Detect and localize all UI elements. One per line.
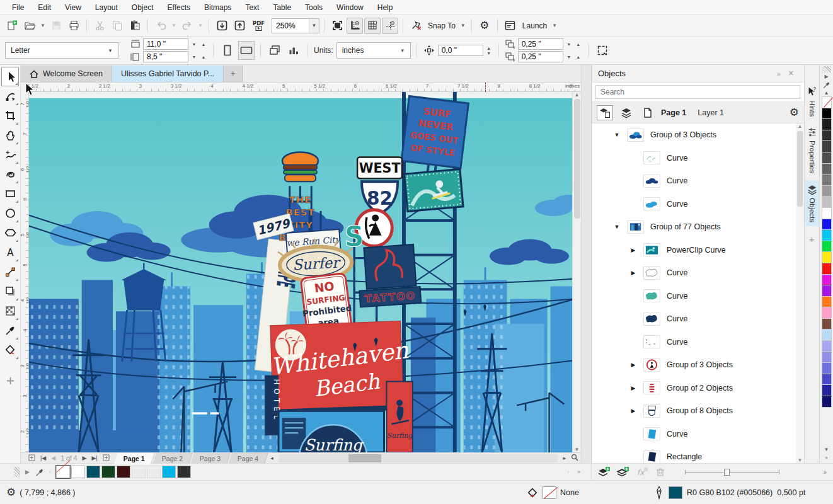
tab-welcome-screen[interactable]: Welcome Screen [21, 66, 112, 82]
tree-row[interactable]: ▶PowerClip Curve [592, 239, 804, 262]
ellipse-tool[interactable] [1, 203, 19, 223]
undo-flyout[interactable]: ▼ [170, 18, 178, 34]
menu-item-object[interactable]: Object [125, 1, 161, 14]
menu-item-file[interactable]: File [5, 1, 31, 14]
color-swatch-#4f4f4f[interactable] [822, 152, 832, 164]
color-swatch-#ff9ecb[interactable] [822, 307, 832, 319]
canvas-vertical-scrollbar[interactable]: ▲ ▼ [572, 92, 581, 452]
save-button[interactable] [48, 18, 64, 34]
fill-color-swatch[interactable] [543, 486, 556, 499]
selected-curve-dashes[interactable] [192, 412, 219, 414]
docker-tab-hints[interactable]: ?Hints [805, 83, 820, 120]
surfing-banner[interactable]: Surfing [386, 382, 413, 452]
shape-tool[interactable] [1, 86, 19, 106]
color-swatch-none[interactable] [822, 96, 832, 108]
color-swatch-#00dc3c[interactable] [822, 241, 832, 253]
tree-row[interactable]: ▶Group of 2 Objects [592, 377, 804, 400]
tree-scroll-thumb[interactable] [797, 131, 803, 207]
palette-flyout-arrow[interactable]: ▶ [824, 72, 828, 81]
tree-expander[interactable]: ▶ [629, 270, 637, 276]
tree-row[interactable]: Curve [592, 169, 804, 193]
menu-item-effects[interactable]: Effects [161, 1, 197, 14]
portrait-button[interactable] [219, 41, 236, 60]
doc-swatch-empty[interactable] [132, 466, 146, 478]
active-layer-label[interactable]: Layer 1 [698, 108, 724, 117]
tree-row-label[interactable]: Group of 3 Objects [667, 360, 733, 369]
tree-expander[interactable]: ▶ [629, 385, 637, 391]
surf-shop-sign[interactable]: Surfing [279, 411, 384, 452]
import-button[interactable] [214, 18, 230, 34]
color-swatch-#1f1f1f[interactable] [822, 118, 832, 130]
canvas-horizontal-scrollbar[interactable] [279, 454, 558, 462]
tree-row-label[interactable]: Curve [667, 200, 687, 209]
tree-thumbnail-sketch[interactable] [643, 151, 660, 164]
add-docker-button[interactable]: + [809, 234, 815, 244]
color-swatch-#8f8fe8[interactable] [822, 352, 832, 364]
tree-thumbnail-blue-rect[interactable] [643, 427, 660, 440]
show-guidelines-button[interactable] [382, 18, 398, 34]
tree-thumbnail-west82[interactable] [643, 404, 660, 418]
color-swatch-#c2c2c2[interactable] [822, 196, 832, 208]
show-rulers-button[interactable] [347, 18, 363, 34]
color-swatch-#2424a0[interactable] [822, 384, 832, 396]
previous-page-button[interactable]: ◀ [49, 455, 58, 461]
drawing-canvas[interactable]: PIPE SURF NEVER GOES OUT OF STYLE [29, 92, 572, 452]
all-pages-button[interactable] [267, 42, 283, 59]
color-swatch-#a8a8f2[interactable] [822, 340, 832, 352]
tree-thumbnail-redtext[interactable] [643, 381, 660, 394]
tree-expander[interactable]: ▶ [629, 362, 637, 368]
tree-row-label[interactable]: Curve [667, 338, 687, 346]
landscape-button[interactable] [238, 41, 255, 60]
thumbnail-size-slider[interactable] [685, 469, 779, 476]
units-select[interactable]: inches▼ [336, 42, 411, 59]
palette-expand[interactable]: » [825, 454, 827, 463]
tree-row-label[interactable]: Curve [667, 314, 687, 323]
open-button[interactable] [21, 18, 38, 34]
add-tool-button[interactable] [1, 371, 19, 391]
horizontal-ruler[interactable]: inches 1 1/222 1/233 1/244 1/255 1/266 1… [29, 83, 581, 92]
page-height-spin-up[interactable]: ▲ [200, 55, 207, 59]
copy-button[interactable] [109, 18, 125, 34]
launch-flyout[interactable]: ▼ [551, 18, 558, 34]
nudge-offset-input[interactable] [438, 45, 483, 56]
doc-swatch-#00b4e8[interactable] [162, 466, 176, 478]
tree-row-label[interactable]: Group of 8 Objects [667, 406, 733, 415]
tree-scroll-up[interactable]: ▲ [798, 123, 803, 129]
duplicate-y-up[interactable]: ▲ [575, 55, 582, 59]
menu-item-table[interactable]: Table [266, 1, 298, 14]
document-palette-flyout[interactable]: ▶ [22, 469, 33, 475]
tree-thumbnail-dashes[interactable] [643, 335, 660, 348]
duplicate-x-input[interactable] [518, 38, 563, 50]
menu-item-view[interactable]: View [58, 1, 88, 14]
page-tab-2[interactable]: Page 2 [152, 453, 193, 464]
color-swatch-#7070dd[interactable] [822, 362, 832, 374]
tree-expander[interactable]: ▼ [613, 132, 621, 138]
tree-row-label[interactable]: Curve [667, 176, 687, 185]
print-button[interactable] [66, 18, 82, 34]
tree-thumbnail-nosurf[interactable] [643, 358, 660, 372]
last-page-button[interactable]: ▶| [89, 455, 100, 461]
pages-view-button[interactable] [640, 105, 656, 120]
shadow-tool[interactable] [1, 282, 19, 301]
snap-to-dropdown[interactable]: ▼ [459, 18, 467, 34]
menu-item-bitmaps[interactable]: Bitmaps [197, 1, 238, 14]
menu-item-help[interactable]: Help [371, 1, 400, 14]
undo-button[interactable] [152, 18, 169, 34]
tree-row[interactable]: Curve [592, 423, 804, 446]
delete-button[interactable] [655, 466, 666, 478]
scroll-up-arrow[interactable]: ▲ [575, 92, 580, 98]
tree-row-label[interactable]: Curve [667, 154, 687, 163]
doc-swatch-#3f1212[interactable] [117, 466, 130, 478]
tree-thumbnail-cloud-dark[interactable] [627, 129, 644, 142]
doc-swatch-#12401f[interactable] [101, 466, 115, 478]
menu-item-window[interactable]: Window [330, 1, 371, 14]
pick-tool[interactable] [1, 67, 19, 86]
interactive-fill-tool[interactable] [1, 340, 19, 360]
pan-tool[interactable] [1, 125, 19, 145]
snap-off-button[interactable] [408, 18, 424, 34]
vertical-scroll-thumb[interactable] [574, 99, 580, 219]
tree-expander[interactable]: ▼ [613, 224, 621, 230]
color-swatch-#00c8f0[interactable] [822, 229, 832, 241]
doc-swatch-#005066[interactable] [86, 466, 100, 478]
color-swatch-#7a7a7a[interactable] [822, 174, 832, 186]
